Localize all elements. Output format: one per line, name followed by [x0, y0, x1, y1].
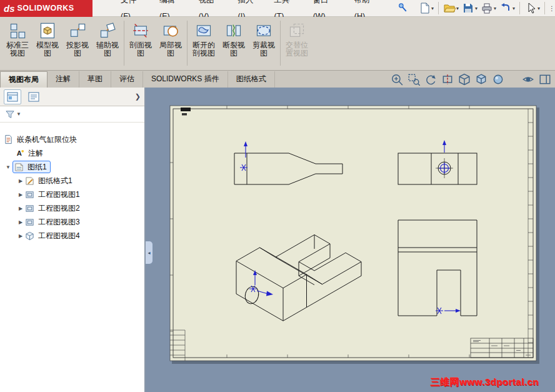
crop-view-icon	[255, 22, 272, 39]
graphics-area[interactable]	[146, 88, 555, 392]
ribbon-separator	[280, 21, 281, 66]
tab-evaluate[interactable]: 评估	[111, 71, 143, 88]
expand-collapse-arrow-icon[interactable]: ▶	[16, 206, 25, 211]
previous-view-icon[interactable]	[424, 73, 437, 86]
broken-out-section-button[interactable]: 断开的剖视图	[189, 19, 219, 67]
zoom-fit-icon[interactable]	[391, 73, 403, 86]
dropdown-arrow-icon[interactable]: ▾	[431, 6, 434, 11]
standard-3-view-button[interactable]: 标准三视图	[2, 19, 32, 67]
ribbon-separator	[187, 21, 188, 66]
toolbar-separator	[519, 2, 520, 14]
menu-pin-icon[interactable]	[396, 1, 409, 15]
open-button[interactable]: ▾	[442, 1, 460, 16]
sheet-corner-mark-small	[182, 113, 187, 116]
section-view-hud-icon[interactable]	[441, 73, 454, 86]
hide-show-items-eye-icon[interactable]	[522, 73, 534, 86]
section-view-icon	[132, 22, 149, 39]
drawing-document-icon	[4, 134, 14, 144]
tree-item-annotations[interactable]: A 注解	[0, 146, 144, 160]
break-view-icon	[225, 22, 242, 39]
feature-manager-panel: ❯ ▼ 嵌条机气缸限位块 A 注解 ▼ 图纸1	[0, 88, 146, 392]
undo-button[interactable]: ▾	[498, 1, 516, 16]
toolbar-separator	[544, 2, 545, 14]
alternate-position-view-button[interactable]: 交替位置视图	[282, 19, 312, 67]
expand-collapse-arrow-icon[interactable]: ▶	[16, 233, 25, 239]
command-manager-ribbon: 标准三视图 模型视图 投影视图 辅助视图 剖面视图	[0, 17, 555, 71]
filter-dropdown-arrow-icon[interactable]: ▼	[16, 111, 21, 117]
tree-item-sheet-format1[interactable]: ▶ 图纸格式1	[0, 174, 144, 188]
tab-annotation[interactable]: 注解	[48, 71, 79, 88]
task-pane-icon[interactable]	[539, 73, 551, 86]
save-button[interactable]: ▾	[461, 1, 479, 16]
graphics-viewport[interactable]: ◂ 三维网www.3dportal.cn	[146, 88, 555, 392]
expand-collapse-arrow-icon[interactable]: ▶	[16, 192, 25, 198]
ds-logo-icon: ds	[4, 3, 15, 14]
panel-tabs-overflow-chevron[interactable]: ❯	[135, 93, 141, 101]
svg-text:A: A	[17, 149, 22, 157]
expand-collapse-arrow-icon[interactable]: ▶	[16, 178, 25, 184]
model-view-button[interactable]: 模型视图	[32, 19, 62, 67]
view-orientation-icon[interactable]	[458, 73, 471, 86]
filter-funnel-icon[interactable]	[5, 110, 15, 119]
crop-view-button[interactable]: 剪裁视图	[249, 19, 279, 67]
quick-access-toolbar: ▾ ▾ ▾ ▾ ▾ ▾ ⋮	[417, 1, 555, 16]
heads-up-view-toolbar	[391, 71, 555, 88]
drawing-sheet[interactable]	[170, 106, 536, 361]
detail-view-button[interactable]: 局部视图	[156, 19, 186, 67]
solidworks-window: { "menubar": { "logo": "SOLIDWORKS", "me…	[0, 0, 555, 392]
tab-solidworks-add-ins[interactable]: SOLIDWORKS 插件	[143, 71, 228, 88]
drawing-view-icon	[25, 217, 36, 227]
dropdown-arrow-icon[interactable]: ▾	[494, 6, 496, 11]
tree-item-label: 嵌条机气缸限位块	[17, 134, 77, 145]
drawing-view-iso-icon	[25, 231, 36, 241]
tree-item-label: 工程图视图2	[38, 203, 80, 214]
dropdown-arrow-icon[interactable]: ▾	[538, 6, 540, 11]
tree-filter-row: ▼	[0, 106, 144, 123]
tree-item-label: 图纸格式1	[38, 176, 72, 186]
dropdown-arrow-icon[interactable]: ▾	[512, 6, 515, 11]
tree-item-drawing-view4[interactable]: ▶ 工程图视图4	[0, 229, 144, 243]
print-button[interactable]: ▾	[479, 1, 498, 16]
tree-item-drawing-view2[interactable]: ▶ 工程图视图2	[0, 201, 144, 215]
tab-view-layout[interactable]: 视图布局	[0, 71, 48, 88]
logo-text: SOLIDWORKS	[18, 4, 74, 13]
tree-item-root[interactable]: 嵌条机气缸限位块	[0, 133, 144, 146]
select-tool-button[interactable]: ▾	[523, 1, 541, 16]
expand-collapse-arrow-icon[interactable]: ▼	[4, 164, 12, 170]
feature-manager-tab[interactable]	[4, 89, 21, 104]
toolbar-overflow-icon[interactable]: ⋮	[549, 5, 555, 12]
sheet-icon	[14, 162, 25, 172]
auxiliary-view-button[interactable]: 辅助视图	[92, 19, 122, 67]
drawing-view-icon	[25, 203, 36, 213]
tab-sheet-format[interactable]: 图纸格式	[228, 71, 275, 88]
alternate-position-view-icon	[288, 22, 306, 39]
tree-item-sheet1[interactable]: ▼ 图纸1	[0, 160, 144, 174]
property-list-icon	[28, 92, 39, 102]
ribbon-separator	[124, 21, 124, 66]
tab-sketch[interactable]: 草图	[79, 71, 111, 88]
break-view-button[interactable]: 断裂视图	[219, 19, 249, 67]
property-manager-tab[interactable]	[25, 89, 42, 104]
edit-appearance-icon[interactable]	[492, 73, 504, 86]
panel-collapse-handle[interactable]: ◂	[146, 241, 153, 264]
broken-out-section-icon	[195, 22, 212, 39]
dropdown-arrow-icon[interactable]: ▾	[475, 6, 478, 11]
new-document-button[interactable]: ▾	[417, 1, 435, 16]
tree-item-label: 工程图视图3	[38, 217, 80, 228]
display-style-icon[interactable]	[475, 73, 488, 86]
section-view-button[interactable]: 剖面视图	[126, 19, 156, 67]
zoom-to-area-icon[interactable]	[408, 73, 420, 86]
menu-bar: ds SOLIDWORKS 文件(F) 编辑(E) 视图(V) 插入(I) 工具…	[0, 0, 555, 17]
tree-item-label: 工程图视图4	[38, 231, 80, 241]
watermark-text: 三维网www.3dportal.cn	[431, 376, 539, 388]
drawing-view-icon	[25, 189, 36, 199]
solidworks-logo: ds SOLIDWORKS	[0, 0, 92, 17]
expand-collapse-arrow-icon[interactable]: ▶	[16, 219, 25, 225]
projected-view-button[interactable]: 投影视图	[62, 19, 92, 67]
auxiliary-view-icon	[99, 22, 116, 39]
feature-tree: 嵌条机气缸限位块 A 注解 ▼ 图纸1 ▶ 图纸格式1	[0, 123, 144, 243]
dropdown-arrow-icon[interactable]: ▾	[456, 6, 459, 11]
tree-item-drawing-view1[interactable]: ▶ 工程图视图1	[0, 188, 144, 201]
panel-tab-bar: ❯	[0, 88, 144, 106]
tree-item-drawing-view3[interactable]: ▶ 工程图视图3	[0, 215, 144, 229]
